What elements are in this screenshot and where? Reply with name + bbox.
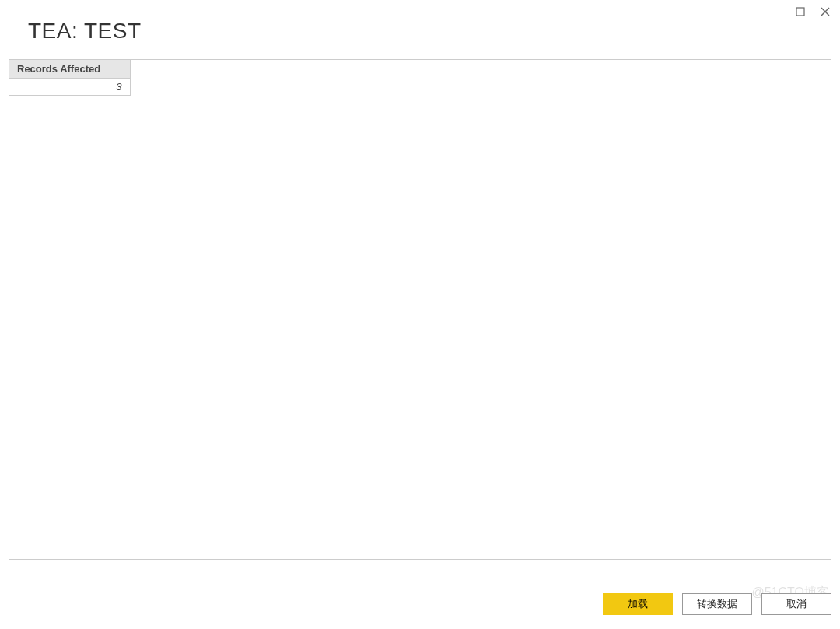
close-icon[interactable]: [820, 6, 831, 17]
result-table: Records Affected 3: [9, 60, 131, 96]
table-header-row: Records Affected: [9, 60, 130, 79]
preview-panel: Records Affected 3: [9, 59, 831, 560]
transform-data-button[interactable]: 转换数据: [682, 593, 752, 615]
svg-rect-0: [796, 8, 804, 16]
cancel-button[interactable]: 取消: [761, 593, 831, 615]
table-row[interactable]: 3: [9, 79, 130, 96]
cell-records-affected-value: 3: [9, 79, 130, 96]
maximize-icon[interactable]: [795, 6, 806, 17]
page-title: TEA: TEST: [28, 19, 142, 44]
footer-buttons: 加载 转换数据 取消: [603, 593, 831, 615]
title-area: TEA: TEST: [28, 19, 142, 44]
column-header-records-affected[interactable]: Records Affected: [9, 60, 130, 79]
window-controls: [795, 6, 831, 17]
load-button[interactable]: 加载: [603, 593, 673, 615]
